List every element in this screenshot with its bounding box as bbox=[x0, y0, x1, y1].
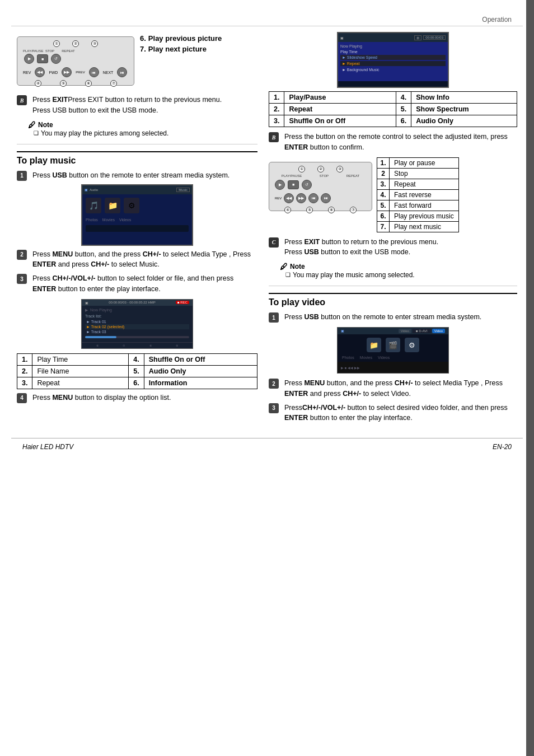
step3-music: 3 Press CH+/-/VOL+/- button to select fo… bbox=[17, 273, 257, 295]
btn-playpause: ▶ bbox=[24, 54, 34, 64]
left-column: ① ② ③ PLAY/PAUSE STOP REPEAT ▶ ■ ↺ bbox=[17, 32, 257, 427]
music-label-table: 1. Play Time 4. Shuffle On or Off 2. Fil… bbox=[17, 353, 257, 389]
main-content: ① ② ③ PLAY/PAUSE STOP REPEAT ▶ ■ ↺ bbox=[11, 32, 523, 427]
table-row: 5. Fast forward bbox=[377, 200, 459, 211]
step-b-text2: Press USB button to exit the USB mode. bbox=[32, 106, 158, 114]
tv-top-bar-photo: ▣ ⚙ 00:00:00/03 bbox=[338, 33, 448, 42]
circle-5: ⑤ bbox=[60, 80, 67, 87]
remote-schematic-music: ① ② ③ PLAY/PAUSE STOP REPEAT ▶ ■ ↺ bbox=[269, 162, 372, 211]
video-tv-screen: ▣ Video ■ D-AVI Video 📁 🎬 ⚙ PhotosMovies… bbox=[337, 327, 449, 374]
footer: Haier LED HDTV EN-20 bbox=[11, 438, 523, 455]
circle-6: ⑥ bbox=[85, 80, 92, 87]
btn-next: ⏭ bbox=[117, 67, 127, 77]
step3-video: 3 PressCH+/-/VOL+/- button to select des… bbox=[269, 403, 517, 424]
table-row: 4. Fast reverse bbox=[377, 189, 459, 200]
tv-photo-content: Now Playing Play Time ► Slideshow Speed … bbox=[338, 42, 448, 81]
callout-1-music: 1 bbox=[17, 171, 27, 181]
callout-3-video: 3 bbox=[269, 403, 279, 413]
callout-c-right: C bbox=[269, 237, 279, 248]
step1-music: 1 Press USB button on the remote to ente… bbox=[17, 170, 257, 181]
tv-photo-bottom bbox=[338, 81, 448, 87]
table-row: 1. Play or pause bbox=[377, 157, 459, 168]
step7-label: 7. bbox=[140, 45, 146, 53]
step6-text: Play previous picture bbox=[148, 34, 222, 43]
step7-text: Play next picture bbox=[148, 45, 207, 53]
note-title-right: 🖊 Note bbox=[280, 262, 517, 271]
step-b-text1: Press bbox=[32, 96, 52, 104]
mi-icon-3: ⑧ bbox=[149, 344, 152, 347]
table-row: 2. File Name 5. Audio Only bbox=[17, 365, 257, 377]
remote-music-area: ① ② ③ PLAY/PAUSE STOP REPEAT ▶ ■ ↺ bbox=[269, 157, 517, 232]
step4-text: Press MENU button to display the option … bbox=[32, 393, 171, 403]
note-box-left: 🖊 Note You may play the pictures among s… bbox=[28, 120, 257, 137]
table-row: 3. Repeat 6. Information bbox=[17, 377, 257, 389]
step-b-text-left: Press EXITPress EXIT button to return to… bbox=[32, 95, 222, 116]
circle-4: ④ bbox=[35, 80, 41, 87]
note-item-right: You may play the music among selected. bbox=[285, 271, 517, 279]
callout-b-right: B bbox=[269, 132, 279, 142]
mi-main: ▶Now Playing Track list: ► Track 01 ► Tr… bbox=[82, 306, 193, 342]
mi-icon-1: ⑥ bbox=[96, 344, 99, 347]
vs-bottom: ▶ ■ ◀◀ ▶▶ bbox=[338, 362, 448, 373]
music-remote-table: 1. Play or pause 2 Stop 3. Repeat bbox=[377, 157, 459, 232]
mi-topbar: ▣ 00:00:00/03 - 00:00:05:22 HMP ■ REC bbox=[82, 300, 193, 306]
note-box-right: 🖊 Note You may play the music among sele… bbox=[280, 262, 517, 279]
btn-repeat: ↺ bbox=[51, 54, 61, 64]
exit-bold: EXIT bbox=[52, 96, 68, 104]
mi-bottom: ⑥ ⑦ ⑧ ⑨ bbox=[82, 342, 193, 348]
callout-1-video: 1 bbox=[269, 312, 279, 323]
vs-icons: 📁 🎬 ⚙ bbox=[338, 334, 448, 356]
table-row: 1. Play Time 4. Shuffle On or Off bbox=[17, 353, 257, 365]
step-b-right: B Press the button on the remote control… bbox=[269, 132, 517, 153]
callout-3-music: 3 bbox=[17, 274, 27, 284]
table-row: 1. Play/Pause 4. Show Info bbox=[269, 92, 517, 104]
step3v-text: PressCH+/-/VOL+/- button to select desir… bbox=[284, 403, 517, 424]
callout-2-video: 2 bbox=[269, 379, 279, 389]
step6-7-callouts: 6. Play previous picture 7. Play next pi… bbox=[140, 34, 222, 53]
btn-prev: ⏮ bbox=[89, 67, 99, 77]
step-c-right: C Press EXIT button to return to the pre… bbox=[269, 237, 517, 258]
table-row: 6. Play previous music bbox=[377, 211, 459, 221]
step1v-text: Press USB button on the remote to enter … bbox=[284, 312, 481, 323]
table-row: 2. Repeat 5. Show Spectrum bbox=[269, 104, 517, 115]
callout-2-music: 2 bbox=[17, 250, 27, 260]
step1-video: 1 Press USB button on the remote to ente… bbox=[269, 312, 517, 323]
tv-bottom-audio bbox=[86, 225, 189, 232]
step2-music: 2 Press MENU button, and the press CH+/-… bbox=[17, 249, 257, 270]
table-row: 3. Shuffle On or Off 6. Audio Only bbox=[269, 115, 517, 127]
note-item-left: You may play the pictures among selected… bbox=[34, 129, 257, 137]
vs-topbar: ▣ Video ■ D-AVI Video bbox=[338, 328, 448, 334]
tv-screen-photo-options: ▣ ⚙ 00:00:00/03 Now Playing Play Time ► … bbox=[337, 32, 449, 88]
step-b-text-right: Press the button on the remote control t… bbox=[284, 132, 517, 153]
callout-b-left: B bbox=[17, 95, 27, 105]
section-title-music: To play music bbox=[17, 151, 257, 166]
section-label: Operation bbox=[482, 16, 512, 24]
remote-schematic-top: ① ② ③ PLAY/PAUSE STOP REPEAT ▶ ■ ↺ bbox=[17, 36, 134, 86]
step4-music: 4 Press MENU button to display the optio… bbox=[17, 393, 257, 403]
step-b-left: B Press EXITPress EXIT button to return … bbox=[17, 95, 257, 116]
table-row: 2 Stop bbox=[377, 168, 459, 179]
section-title-video: To play video bbox=[269, 293, 517, 307]
step1-text: Press USB button on the remote to enter … bbox=[32, 170, 229, 181]
table-row: 7. Play next music bbox=[377, 221, 459, 232]
step6-label: 6. bbox=[140, 34, 146, 43]
right-column: ▣ ⚙ 00:00:00/03 Now Playing Play Time ► … bbox=[269, 32, 517, 427]
vs-labels: PhotosMoviesVideos bbox=[338, 356, 448, 360]
btn-rev: ◀◀ bbox=[35, 67, 45, 77]
mi-progress bbox=[85, 336, 189, 338]
step3-text: Press CH+/-/VOL+/- button to select fold… bbox=[32, 273, 257, 295]
mi-icon-2: ⑦ bbox=[123, 344, 125, 347]
vs-tabs: Video ■ D-AVI Video bbox=[399, 329, 445, 333]
step-b-text1b: Press EXIT button to return to the previ… bbox=[68, 96, 222, 104]
page-sidebar-marker bbox=[526, 0, 534, 756]
step2-video: 2 Press MENU button, and the press CH+/-… bbox=[269, 378, 517, 399]
header-bar: Operation bbox=[11, 11, 523, 26]
btn-fwd: ▶▶ bbox=[62, 67, 72, 77]
callout-4-music: 4 bbox=[17, 393, 27, 403]
circle-2: ② bbox=[72, 40, 79, 47]
photo-options-table: 1. Play/Pause 4. Show Info 2. Repeat 5. … bbox=[269, 91, 517, 127]
circle-3: ③ bbox=[91, 40, 98, 47]
tv-icons-audio: 🎵 📁 ⚙ bbox=[82, 194, 192, 217]
step2-text: Press MENU button, and the press CH+/- t… bbox=[32, 249, 257, 270]
btn-stop: ■ bbox=[37, 54, 48, 63]
